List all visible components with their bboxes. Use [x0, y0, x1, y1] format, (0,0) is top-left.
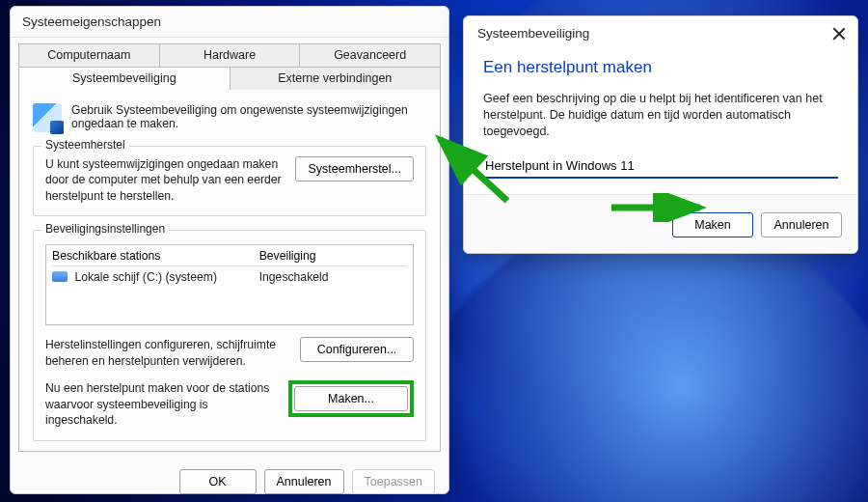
create-button-highlight: Maken...	[288, 380, 414, 417]
tabs-row-2: Systeembeveiliging Externe verbindingen	[18, 67, 441, 90]
ok-button[interactable]: OK	[179, 469, 257, 494]
tab-hardware[interactable]: Hardware	[160, 43, 301, 67]
group-system-restore: Systeemherstel U kunt systeemwijzigingen…	[33, 146, 426, 216]
tab-computer-name[interactable]: Computernaam	[18, 43, 160, 67]
dialog-heading: Een herstelpunt maken	[483, 58, 838, 77]
drive-icon	[52, 271, 68, 282]
dialog-description: Geef een beschrijving op die u helpt bij…	[483, 91, 838, 140]
window-title: Systeemeigenschappen	[11, 7, 448, 38]
configure-button[interactable]: Configureren...	[300, 337, 414, 362]
tab-panel-system-protection: Gebruik Systeembeveiliging om ongewenste…	[18, 90, 441, 452]
drive-status: Ingeschakeld	[259, 270, 407, 284]
group-title-restore: Systeemherstel	[41, 138, 129, 152]
tab-remote[interactable]: Externe verbindingen	[231, 67, 442, 90]
shield-monitor-icon	[33, 103, 62, 132]
intro-text: Gebruik Systeembeveiliging om ongewenste…	[71, 103, 426, 132]
col-header-drives: Beschikbare stations	[52, 249, 259, 263]
cancel-button[interactable]: Annuleren	[264, 469, 344, 494]
system-properties-window: Systeemeigenschappen Computernaam Hardwa…	[10, 6, 449, 494]
create-description: Nu een herstelpunt maken voor de station…	[45, 380, 279, 428]
tabs-row-1: Computernaam Hardware Geavanceerd	[18, 43, 441, 67]
drives-table: Beschikbare stations Beveiliging Lokale …	[45, 244, 414, 325]
col-header-status: Beveiliging	[259, 249, 407, 263]
create-restore-point-dialog: Systeembeveiliging Een herstelpunt maken…	[463, 15, 858, 254]
group-title-settings: Beveiligingsinstellingen	[41, 222, 169, 236]
drive-name: Lokale schijf (C:) (systeem)	[74, 270, 217, 284]
configure-description: Herstelinstellingen configureren, schijf…	[45, 337, 290, 369]
restore-point-name-input[interactable]	[483, 155, 838, 179]
restore-description: U kunt systeemwijzigingen ongedaan maken…	[45, 156, 285, 204]
table-row[interactable]: Lokale schijf (C:) (systeem) Ingeschakel…	[52, 266, 407, 284]
system-restore-button[interactable]: Systeemherstel...	[295, 156, 414, 181]
create-restore-point-button[interactable]: Maken...	[294, 386, 408, 411]
dialog-buttons: OK Annuleren Toepassen	[11, 460, 448, 494]
make-button[interactable]: Maken	[672, 212, 753, 237]
group-protection-settings: Beveiligingsinstellingen Beschikbare sta…	[33, 230, 426, 440]
apply-button: Toepassen	[352, 469, 435, 494]
dialog-cancel-button[interactable]: Annuleren	[761, 212, 842, 237]
dialog-title: Systeembeveiliging	[477, 26, 589, 41]
tab-system-protection[interactable]: Systeembeveiliging	[18, 67, 231, 90]
close-icon[interactable]	[832, 27, 846, 41]
tab-advanced[interactable]: Geavanceerd	[300, 43, 441, 67]
